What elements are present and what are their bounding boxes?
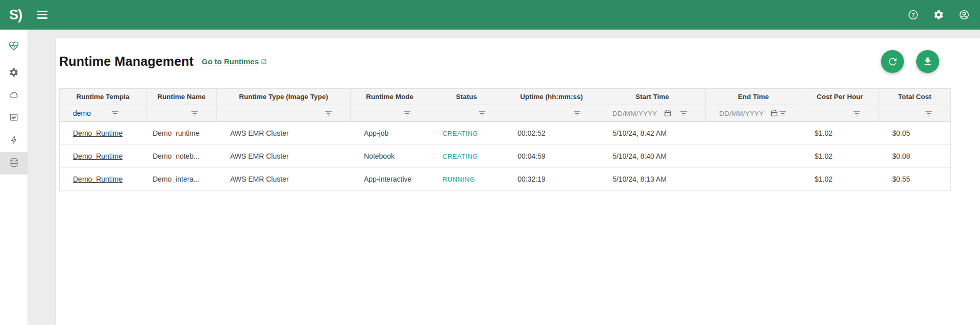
- sidebar-item-compute[interactable]: [0, 130, 28, 152]
- filter-cell-runtime-mode: [351, 105, 429, 122]
- filter-cell-cost-per-hour: [801, 105, 879, 122]
- column-header-cost-per-hour[interactable]: Cost Per Hour: [801, 89, 879, 105]
- end-date-filter-input[interactable]: [719, 110, 766, 117]
- start-time-cell: 5/10/24, 8:13 AM: [599, 168, 706, 191]
- heart-pulse-icon: [8, 40, 20, 54]
- download-icon: [922, 56, 933, 67]
- column-header-status[interactable]: Status: [429, 89, 504, 105]
- runtime-name-cell: Demo_intera...: [146, 168, 217, 191]
- column-header-end-time[interactable]: End Time: [706, 89, 801, 105]
- filter-cell-status: [429, 105, 504, 122]
- runtime-type-cell: AWS EMR Cluster: [217, 122, 351, 145]
- start-date-filter-input[interactable]: [612, 110, 659, 117]
- start-time-cell: 5/10/24, 8:40 AM: [599, 145, 706, 168]
- download-button[interactable]: [916, 50, 939, 73]
- table-row: Demo_Runtime Demo_runtime AWS EMR Cluste…: [60, 122, 950, 145]
- total-cost-cell: $0.55: [879, 168, 950, 191]
- column-header-runtime-mode[interactable]: Runtime Mode: [351, 89, 429, 105]
- page-header: Runtime Management Go to Runtimes: [56, 38, 980, 73]
- end-time-cell: [706, 168, 801, 191]
- runtime-template-cell: Demo_Runtime: [60, 145, 146, 168]
- account-icon[interactable]: [958, 8, 971, 21]
- status-badge: CREATING: [443, 130, 478, 137]
- runtime-template-link[interactable]: Demo_Runtime: [73, 152, 122, 160]
- menu-icon[interactable]: [35, 9, 50, 21]
- topbar: S) ?: [0, 0, 980, 30]
- runtime-template-link[interactable]: Demo_Runtime: [73, 175, 122, 183]
- filter-icon[interactable]: [111, 109, 119, 118]
- runtime-type-cell: AWS EMR Cluster: [217, 145, 351, 168]
- content-card: Runtime Management Go to Runtimes: [56, 38, 980, 325]
- gear-icon: [9, 67, 19, 80]
- sidebar-item-health[interactable]: [0, 36, 28, 58]
- uptime-cell: 00:02:52: [504, 122, 599, 145]
- total-cost-cell: $0.08: [879, 145, 950, 168]
- status-badge: RUNNING: [443, 176, 475, 183]
- status-badge: CREATING: [443, 153, 478, 160]
- end-time-cell: [706, 145, 801, 168]
- runtime-template-filter-input[interactable]: [73, 109, 109, 117]
- runtime-mode-cell: App-interactive: [351, 168, 429, 191]
- bolt-icon: [9, 135, 19, 147]
- runtime-type-cell: AWS EMR Cluster: [217, 168, 351, 191]
- column-header-start-time[interactable]: Start Time: [599, 89, 706, 105]
- filter-icon[interactable]: [573, 109, 581, 118]
- start-time-cell: 5/10/24, 8:42 AM: [599, 122, 706, 145]
- uptime-cell: 00:32:19: [504, 168, 599, 191]
- external-link-icon: [261, 59, 267, 65]
- column-header-runtime-template[interactable]: Runtime Templa: [60, 89, 146, 105]
- sidebar-item-settings[interactable]: [0, 62, 28, 85]
- table-filter-row: [60, 105, 950, 122]
- refresh-icon: [887, 56, 898, 67]
- go-to-runtimes-label: Go to Runtimes: [202, 57, 259, 66]
- filter-cell-total-cost: [879, 105, 950, 122]
- filter-icon[interactable]: [190, 109, 199, 118]
- sidebar-item-runtimes[interactable]: [0, 152, 28, 174]
- filter-icon[interactable]: [852, 109, 861, 118]
- cost-per-hour-cell: $1.02: [801, 122, 879, 145]
- column-header-total-cost[interactable]: Total Cost: [879, 89, 950, 105]
- sidebar-item-catalog[interactable]: [0, 107, 28, 130]
- uptime-cell: 00:04:59: [504, 145, 599, 168]
- column-header-runtime-name[interactable]: Runtime Name: [146, 89, 217, 105]
- column-header-runtime-type[interactable]: Runtime Type (Image Type): [217, 89, 351, 105]
- app-logo[interactable]: S): [9, 7, 22, 23]
- svg-text:?: ?: [912, 12, 915, 18]
- database-icon: [9, 157, 19, 170]
- filter-icon[interactable]: [924, 109, 933, 118]
- calendar-icon[interactable]: [770, 109, 778, 117]
- status-cell: CREATING: [429, 122, 504, 145]
- filter-icon[interactable]: [478, 109, 486, 118]
- cost-per-hour-cell: $1.02: [801, 168, 879, 191]
- runtime-template-cell: Demo_Runtime: [60, 168, 146, 191]
- filter-cell-uptime: [504, 105, 599, 122]
- filter-icon[interactable]: [324, 109, 333, 118]
- filter-icon[interactable]: [679, 109, 688, 118]
- filter-icon[interactable]: [403, 109, 411, 118]
- go-to-runtimes-link[interactable]: Go to Runtimes: [202, 57, 267, 66]
- table-header-row: Runtime Templa Runtime Name Runtime Type…: [60, 89, 950, 105]
- refresh-button[interactable]: [881, 50, 904, 73]
- runtime-template-cell: Demo_Runtime: [60, 122, 146, 145]
- sidebar: [0, 30, 28, 325]
- runtime-table: Runtime Templa Runtime Name Runtime Type…: [59, 88, 951, 191]
- filter-cell-start-time: [599, 105, 706, 122]
- table-row: Demo_Runtime Demo_intera... AWS EMR Clus…: [60, 168, 950, 191]
- help-icon[interactable]: ?: [906, 8, 920, 21]
- column-header-uptime[interactable]: Uptime (hh:mm:ss): [504, 89, 599, 105]
- runtime-name-cell: Demo_noteb...: [146, 145, 217, 168]
- filter-cell-runtime-template: [60, 105, 146, 122]
- status-cell: CREATING: [429, 145, 504, 168]
- sidebar-item-environments[interactable]: [0, 85, 28, 107]
- runtime-mode-cell: Notebook: [351, 145, 429, 168]
- filter-cell-runtime-type: [217, 105, 351, 122]
- runtime-name-cell: Demo_runtime: [146, 122, 217, 145]
- cost-per-hour-cell: $1.02: [801, 145, 879, 168]
- page-title: Runtime Management: [59, 54, 193, 69]
- filter-icon[interactable]: [778, 109, 787, 118]
- filter-cell-end-time: [706, 105, 801, 122]
- calendar-icon[interactable]: [664, 109, 672, 117]
- settings-gear-icon[interactable]: [932, 8, 945, 21]
- status-cell: RUNNING: [429, 168, 504, 191]
- runtime-template-link[interactable]: Demo_Runtime: [73, 129, 122, 137]
